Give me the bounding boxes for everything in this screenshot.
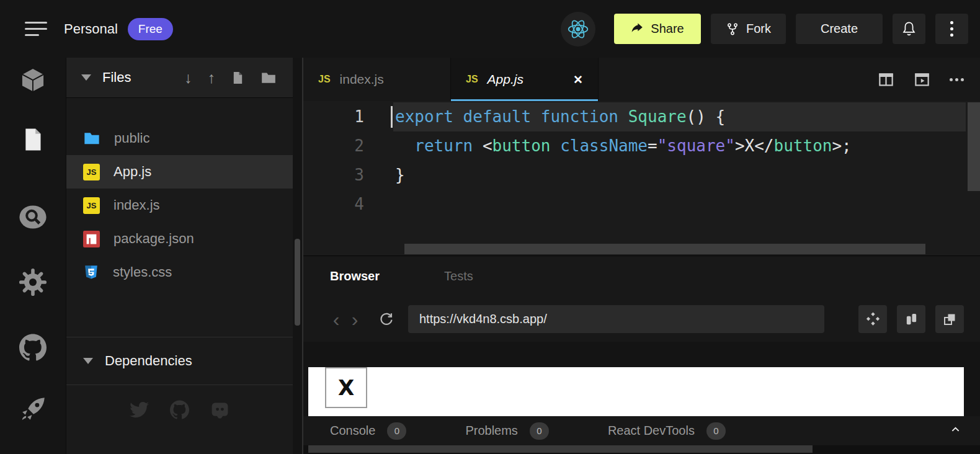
upload-icon[interactable]: ↑ bbox=[208, 69, 216, 87]
share-arrow-icon bbox=[631, 22, 644, 35]
code-editor[interactable]: 1export default function Square() {2 ret… bbox=[303, 101, 980, 256]
rail-github-button[interactable] bbox=[17, 332, 49, 362]
file-row-package.json[interactable]: package.json bbox=[66, 222, 293, 256]
line-content: export default function Square() { bbox=[393, 102, 966, 131]
new-folder-icon[interactable] bbox=[261, 69, 277, 86]
devtools-scrollbar[interactable] bbox=[303, 445, 980, 454]
refresh-icon[interactable] bbox=[378, 311, 394, 327]
code-line-3[interactable]: 3} bbox=[303, 161, 980, 190]
tab-index.js[interactable]: JSindex.js bbox=[303, 58, 451, 101]
fork-label: Fork bbox=[746, 22, 771, 36]
file-icon bbox=[20, 127, 45, 152]
devtools-tab-console[interactable]: Console0 bbox=[330, 422, 406, 440]
search-icon bbox=[18, 202, 48, 232]
js-icon: JS bbox=[318, 74, 331, 85]
more-options-button[interactable] bbox=[935, 14, 968, 44]
fork-button[interactable]: Fork bbox=[711, 14, 786, 44]
rocket-icon bbox=[19, 395, 47, 424]
diamond-grid-icon bbox=[865, 311, 881, 327]
code-line-4[interactable]: 4 bbox=[303, 190, 980, 219]
preview-pane: X bbox=[303, 342, 980, 416]
github-icon bbox=[19, 334, 47, 361]
react-logo-icon bbox=[561, 12, 595, 47]
workspace-name[interactable]: Personal bbox=[64, 21, 118, 37]
editor-horizontal-scrollbar-thumb[interactable] bbox=[404, 244, 925, 254]
share-label: Share bbox=[651, 22, 684, 36]
file-row-App.js[interactable]: JSApp.js bbox=[66, 155, 293, 189]
popout-button[interactable] bbox=[935, 305, 964, 333]
devtools-bar: Console0Problems0React DevTools0 bbox=[303, 416, 980, 445]
devtools-tab-react-devtools[interactable]: React DevTools0 bbox=[608, 422, 726, 440]
create-button[interactable]: Create bbox=[796, 14, 883, 44]
files-scrollbar-thumb[interactable] bbox=[295, 239, 300, 326]
chevron-down-icon[interactable] bbox=[81, 74, 91, 81]
count-badge: 0 bbox=[706, 422, 726, 440]
devtools-tab-problems[interactable]: Problems0 bbox=[465, 422, 548, 440]
devtools-tab-label: Console bbox=[330, 424, 375, 438]
browser-actions bbox=[858, 305, 964, 333]
rail-rocket-button[interactable] bbox=[17, 394, 49, 424]
code-line-1[interactable]: 1export default function Square() { bbox=[303, 102, 980, 131]
top-bar: Personal Free Share Fork Create bbox=[0, 0, 980, 58]
line-content: } bbox=[393, 161, 966, 190]
js-file-icon: JS bbox=[83, 197, 100, 214]
css-icon bbox=[83, 264, 99, 280]
tab-label: index.js bbox=[340, 72, 384, 87]
social-github-icon[interactable] bbox=[170, 400, 189, 419]
social-links bbox=[66, 400, 293, 419]
file-row-public[interactable]: public bbox=[66, 122, 293, 155]
forward-icon[interactable]: › bbox=[345, 309, 364, 329]
twitter-icon[interactable] bbox=[130, 400, 149, 419]
line-number: 3 bbox=[303, 161, 364, 190]
rail-gear-button[interactable] bbox=[17, 267, 49, 297]
devtools-scrollbar-thumb[interactable] bbox=[308, 445, 813, 453]
folder-icon bbox=[83, 130, 100, 147]
url-input[interactable] bbox=[408, 305, 824, 333]
devtools-tab-label: Problems bbox=[465, 424, 517, 438]
count-badge: 0 bbox=[530, 422, 549, 440]
share-button[interactable]: Share bbox=[614, 14, 701, 44]
preview-icon[interactable] bbox=[914, 71, 930, 88]
files-actions: ↓↑ bbox=[184, 69, 277, 87]
preview-tabbar: BrowserTests bbox=[303, 256, 980, 296]
back-icon[interactable]: ‹ bbox=[327, 309, 345, 329]
rail-box-button[interactable] bbox=[17, 66, 49, 96]
diamond-grid-button[interactable] bbox=[858, 305, 887, 333]
file-list: publicJSApp.jsJSindex.jspackage.jsonstyl… bbox=[66, 98, 293, 289]
tab-App.js[interactable]: JSApp.js✕ bbox=[451, 58, 599, 101]
split-view-icon[interactable] bbox=[878, 71, 894, 88]
main-area: Files ↓↑ publicJSApp.jsJSindex.jspackage… bbox=[0, 58, 980, 454]
menu-icon[interactable] bbox=[25, 22, 47, 36]
duplicate-button[interactable] bbox=[897, 305, 925, 333]
file-row-index.js[interactable]: JSindex.js bbox=[66, 189, 293, 222]
code-line-2[interactable]: 2 return <button className="square">X</b… bbox=[303, 131, 980, 161]
fork-icon bbox=[726, 22, 739, 36]
rail-file-button[interactable] bbox=[17, 125, 49, 154]
files-scrollbar[interactable] bbox=[293, 58, 302, 454]
download-icon[interactable]: ↓ bbox=[184, 69, 192, 87]
files-panel-title: Files bbox=[102, 69, 131, 86]
file-name: public bbox=[114, 130, 149, 146]
files-panel: Files ↓↑ publicJSApp.jsJSindex.jspackage… bbox=[66, 58, 293, 454]
notifications-button[interactable] bbox=[893, 14, 925, 44]
dependencies-section[interactable]: Dependencies bbox=[66, 337, 293, 385]
close-icon[interactable]: ✕ bbox=[573, 73, 583, 87]
file-name: styles.css bbox=[113, 264, 172, 280]
file-row-styles.css[interactable]: styles.css bbox=[66, 256, 293, 289]
discord-icon[interactable] bbox=[210, 400, 229, 419]
preview-tab-tests[interactable]: Tests bbox=[444, 269, 473, 283]
rail-search-button[interactable] bbox=[17, 202, 49, 232]
square-button[interactable]: X bbox=[325, 367, 367, 408]
create-label: Create bbox=[821, 22, 858, 36]
more-icon[interactable] bbox=[950, 78, 964, 81]
gear-icon bbox=[18, 267, 48, 297]
new-file-icon[interactable] bbox=[231, 71, 245, 85]
editor-toolbar bbox=[878, 58, 980, 101]
preview-tab-browser[interactable]: Browser bbox=[330, 269, 380, 283]
duplicate-icon bbox=[904, 312, 919, 326]
activity-rail bbox=[0, 58, 66, 454]
line-number: 1 bbox=[303, 102, 364, 131]
editor-vertical-scrollbar-thumb[interactable] bbox=[968, 102, 980, 191]
chevron-up-icon[interactable] bbox=[950, 424, 961, 435]
files-panel-header: Files ↓↑ bbox=[66, 58, 293, 98]
